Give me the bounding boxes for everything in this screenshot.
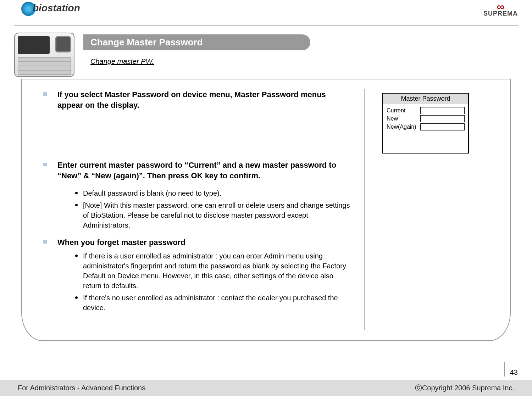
suprema-text: SUPREMA (483, 10, 518, 17)
new-again-password-field[interactable] (420, 123, 465, 130)
bullet-3-sublist: If there is a user enrolled as administr… (75, 251, 354, 313)
bullet-3-text: When you forget master password (57, 237, 185, 248)
thumb-sensor (55, 36, 71, 52)
content-left: If you select Master Password on device … (43, 89, 364, 330)
dot-bullet-icon (75, 204, 78, 206)
square-bullet-icon (43, 163, 47, 166)
bullet-2: Enter current master password to “Curren… (43, 160, 354, 181)
device-thumbnail (14, 33, 74, 77)
title-area: Change Master Password Change master PW. (14, 33, 518, 79)
biostation-logo: biostation (21, 2, 80, 16)
dot-bullet-icon (75, 192, 78, 194)
list-item: [Note] With this master password, one ca… (75, 200, 354, 230)
field-row-current: Current (387, 107, 465, 114)
list-item: Default password is blank (no need to ty… (75, 188, 354, 198)
sub-text: If there is a user enrolled as administr… (83, 251, 354, 291)
content-box: If you select Master Password on device … (21, 79, 511, 341)
field-row-new: New (387, 115, 465, 122)
new-password-field[interactable] (420, 115, 465, 122)
master-password-panel: Master Password Current New New(Again) (382, 93, 469, 154)
content-right: Master Password Current New New(Again) (364, 89, 496, 330)
page-subtitle: Change master PW. (90, 57, 154, 66)
panel-title: Master Password (383, 94, 468, 104)
thumb-keypad (18, 57, 71, 75)
field-label: Current (387, 107, 420, 114)
page-footer: For Administrators - Advanced Functions … (0, 380, 532, 396)
page-title: Change Master Password (83, 34, 310, 50)
footer-left: For Administrators - Advanced Functions (18, 384, 145, 392)
dot-bullet-icon (75, 296, 78, 299)
sub-text: [Note] With this master password, one ca… (83, 200, 354, 230)
biostation-text: biostation (33, 2, 80, 13)
bullet-1: If you select Master Password on device … (43, 89, 354, 110)
infinity-icon: ∞ (483, 4, 518, 10)
sub-text: If there's no user enrolled as administr… (83, 293, 354, 313)
current-password-field[interactable] (420, 107, 465, 114)
bullet-2-sublist: Default password is blank (no need to ty… (75, 188, 354, 230)
field-label: New(Again) (387, 124, 420, 130)
list-item: If there is a user enrolled as administr… (75, 251, 354, 291)
bullet-2-text: Enter current master password to “Curren… (57, 160, 354, 181)
sub-text: Default password is blank (no need to ty… (83, 188, 221, 198)
bullet-3: When you forget master password (43, 237, 354, 248)
footer-right: ⓒCopyright 2006 Suprema Inc. (415, 383, 514, 393)
dot-bullet-icon (75, 255, 78, 257)
bullet-1-text: If you select Master Password on device … (57, 89, 354, 110)
square-bullet-icon (43, 92, 47, 96)
square-bullet-icon (43, 240, 47, 244)
field-row-new-again: New(Again) (387, 123, 465, 130)
page-header: biostation ∞ SUPREMA (14, 0, 518, 26)
field-label: New (387, 116, 420, 122)
page-number: 43 (504, 362, 518, 377)
list-item: If there's no user enrolled as administr… (75, 293, 354, 313)
thumb-screen (18, 36, 50, 54)
suprema-logo: ∞ SUPREMA (483, 4, 518, 17)
